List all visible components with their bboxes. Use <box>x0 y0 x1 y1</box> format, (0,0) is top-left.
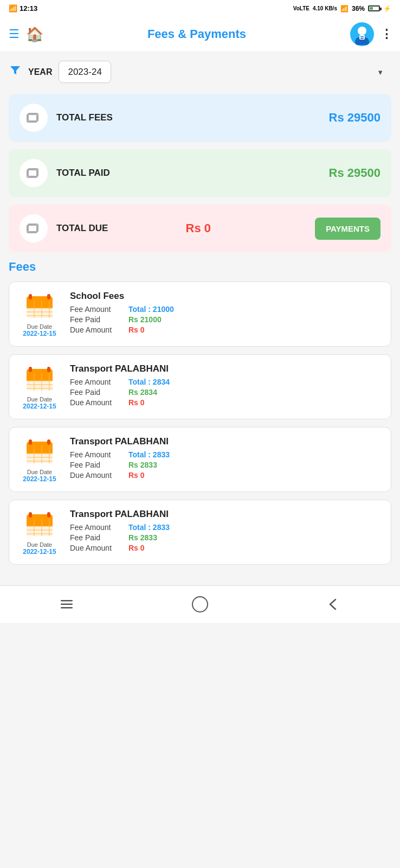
svg-rect-27 <box>47 367 50 372</box>
fee-name-2: Transport PALABHANI <box>70 363 382 374</box>
fee-calendar-4: Due Date 2022-12-15 <box>18 509 61 556</box>
page-title: Fees & Payments <box>50 27 344 41</box>
fee-card-1: Due Date 2022-12-15 School Fees Fee Amou… <box>9 282 391 347</box>
fee-paid-3: Rs 2833 <box>128 461 157 469</box>
total-due-icon <box>20 214 48 242</box>
fee-total-1: Total : 21000 <box>128 305 174 314</box>
total-due-label: TOTAL DUE <box>56 223 177 234</box>
flash-icon: ⚡ <box>383 5 391 12</box>
fee-due-3: Rs 0 <box>128 471 145 480</box>
bottom-nav-home[interactable] <box>188 592 212 616</box>
fee-cards-list: Due Date 2022-12-15 School Fees Fee Amou… <box>9 282 391 565</box>
total-fees-card: TOTAL FEES Rs 29500 <box>9 94 391 142</box>
status-bar: 📶 12:13 VoLTE 4.10 KB/s 📶 36% ⚡ <box>0 0 400 17</box>
due-date-label-1: Due Date <box>27 323 52 330</box>
fee-total-2: Total : 2834 <box>128 378 170 386</box>
fee-due-row-2: Due Amount Rs 0 <box>70 398 382 407</box>
due-date-value-3: 2022-12-15 <box>23 475 56 483</box>
due-date-value-1: 2022-12-15 <box>23 330 56 337</box>
home-icon[interactable]: 🏠 <box>26 26 43 43</box>
fee-name-4: Transport PALABHANI <box>70 509 382 520</box>
due-date-label-2: Due Date <box>27 396 52 403</box>
year-filter: YEAR 2021-22 2022-23 2023-24 2024-25 <box>9 61 391 83</box>
fee-name-1: School Fees <box>70 291 382 302</box>
fee-details-4: Transport PALABHANI Fee Amount Total : 2… <box>70 509 382 556</box>
fee-name-3: Transport PALABHANI <box>70 436 382 447</box>
total-paid-icon <box>20 159 48 187</box>
total-fees-value: Rs 29500 <box>329 111 380 125</box>
bottom-nav-menu[interactable] <box>55 592 79 616</box>
top-nav: ☰ 🏠 Fees & Payments ⋮ <box>0 17 400 52</box>
battery-percent: 36% <box>352 5 365 12</box>
avatar[interactable] <box>350 22 374 46</box>
fee-due-row-4: Due Amount Rs 0 <box>70 544 382 552</box>
total-due-card: TOTAL DUE Rs 0 PAYMENTS <box>9 205 391 252</box>
svg-rect-36 <box>27 446 53 454</box>
bottom-nav-back[interactable] <box>321 592 345 616</box>
fee-calendar-1: Due Date 2022-12-15 <box>18 291 61 337</box>
fee-amount-row-4: Fee Amount Total : 2833 <box>70 523 382 532</box>
svg-rect-5 <box>360 38 364 39</box>
fee-card-4: Due Date 2022-12-15 Transport PALABHANI … <box>9 500 391 565</box>
fee-card-2: Due Date 2022-12-15 Transport PALABHANI … <box>9 354 391 419</box>
fee-amount-row-1: Fee Amount Total : 21000 <box>70 305 382 314</box>
svg-rect-25 <box>27 373 53 381</box>
fee-total-4: Total : 2833 <box>128 523 170 532</box>
volte-icon: VoLTE <box>293 5 309 11</box>
total-fees-icon <box>20 104 48 132</box>
fee-due-4: Rs 0 <box>128 544 145 552</box>
fee-details-1: School Fees Fee Amount Total : 21000 Fee… <box>70 291 382 337</box>
fee-paid-row-2: Fee Paid Rs 2834 <box>70 388 382 397</box>
fee-due-row-3: Due Amount Rs 0 <box>70 471 382 480</box>
fee-due-1: Rs 0 <box>128 326 145 334</box>
total-due-value: Rs 0 <box>186 221 307 235</box>
payments-button[interactable]: PAYMENTS <box>315 218 380 240</box>
svg-rect-49 <box>47 512 50 518</box>
fees-section-title: Fees <box>9 260 391 274</box>
signal-icon: 📶 <box>9 4 17 12</box>
fee-amount-row-2: Fee Amount Total : 2834 <box>70 378 382 386</box>
total-paid-card: TOTAL PAID Rs 29500 <box>9 149 391 197</box>
svg-rect-38 <box>47 439 50 445</box>
fee-details-3: Transport PALABHANI Fee Amount Total : 2… <box>70 436 382 483</box>
fee-total-3: Total : 2833 <box>128 450 170 459</box>
fee-amount-row-3: Fee Amount Total : 2833 <box>70 450 382 459</box>
year-label: YEAR <box>28 67 52 77</box>
svg-rect-4 <box>360 36 364 37</box>
svg-point-1 <box>358 27 366 35</box>
total-paid-value: Rs 29500 <box>329 166 380 180</box>
svg-rect-47 <box>27 519 53 526</box>
svg-rect-16 <box>47 294 50 299</box>
more-options-icon[interactable]: ⋮ <box>380 27 391 41</box>
svg-rect-57 <box>61 604 73 605</box>
fee-details-2: Transport PALABHANI Fee Amount Total : 2… <box>70 363 382 410</box>
svg-rect-15 <box>29 294 32 299</box>
time: 12:13 <box>20 4 37 12</box>
fee-paid-4: Rs 2833 <box>128 533 157 542</box>
fee-calendar-3: Due Date 2022-12-15 <box>18 436 61 483</box>
fee-paid-1: Rs 21000 <box>128 315 162 324</box>
due-date-label-4: Due Date <box>27 541 52 548</box>
due-date-value-2: 2022-12-15 <box>23 403 56 410</box>
fee-calendar-2: Due Date 2022-12-15 <box>18 363 61 410</box>
svg-rect-14 <box>27 301 53 308</box>
svg-point-59 <box>192 597 208 612</box>
battery-icon <box>368 5 380 11</box>
speed-indicator: 4.10 KB/s <box>313 5 337 11</box>
filter-icon <box>9 64 22 80</box>
svg-rect-58 <box>61 607 73 609</box>
svg-rect-26 <box>29 367 32 372</box>
wifi-icon: 📶 <box>340 5 349 12</box>
total-paid-label: TOTAL PAID <box>56 168 320 178</box>
year-select[interactable]: 2021-22 2022-23 2023-24 2024-25 <box>59 61 111 83</box>
fee-paid-row-1: Fee Paid Rs 21000 <box>70 315 382 324</box>
bottom-nav <box>0 585 400 623</box>
svg-rect-56 <box>61 600 73 602</box>
fee-paid-2: Rs 2834 <box>128 388 157 397</box>
menu-icon[interactable]: ☰ <box>9 27 20 41</box>
svg-rect-3 <box>359 35 365 40</box>
fee-card-3: Due Date 2022-12-15 Transport PALABHANI … <box>9 427 391 492</box>
svg-rect-48 <box>29 512 32 518</box>
fee-due-row-1: Due Amount Rs 0 <box>70 326 382 334</box>
year-select-wrapper: 2021-22 2022-23 2023-24 2024-25 <box>59 61 391 83</box>
